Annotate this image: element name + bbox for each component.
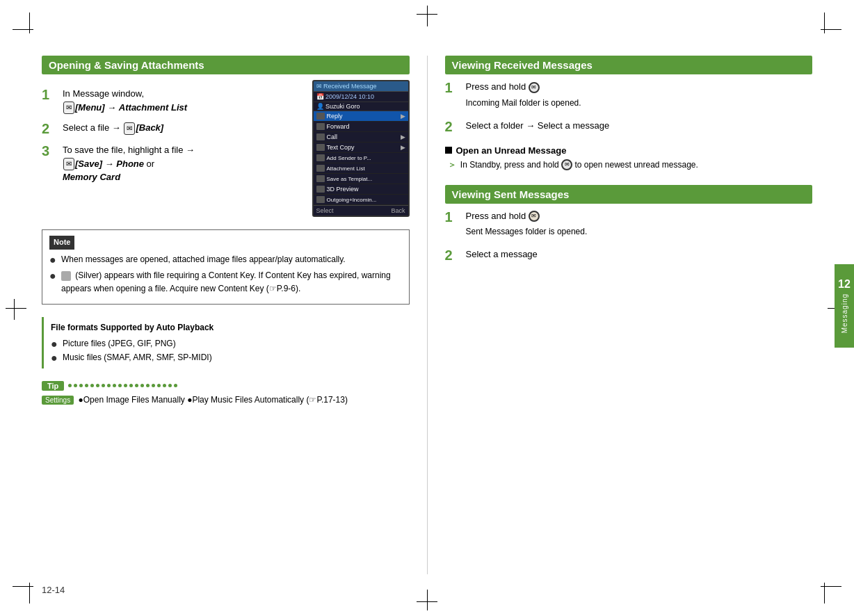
screen-bottom-bar: Select Back (314, 205, 408, 216)
bullet-1: ● (49, 253, 58, 266)
menu-label-3dpreview: 3D Preview (327, 186, 359, 193)
menu-label-reply: Reply (327, 113, 343, 120)
sent-step-1-main: Press and hold ✉ (466, 209, 813, 223)
sender-icon: 👤 (316, 103, 326, 110)
crop-mark-tr-v (824, 13, 825, 33)
note-box: Note ● When messages are opened, attache… (42, 229, 410, 305)
tip-box: Tip (42, 381, 410, 407)
tip-dot-9 (113, 384, 116, 387)
received-sub-text-1: Incoming Mail folder is opened. (466, 97, 581, 109)
unread-header: Open an Unread Message (445, 145, 813, 156)
unread-title: Open an Unread Message (456, 145, 567, 156)
menu-label-textcopy: Text Copy (327, 144, 355, 151)
tip-dot-4 (85, 384, 88, 387)
menu-label-addsender: Add Sender to P... (327, 155, 371, 161)
unread-body-end: to open newest unread message. (574, 160, 698, 170)
tip-dots (68, 384, 177, 387)
received-step-2: 2 Select a folder → Select a message (445, 119, 813, 134)
screen-bottom-back: Back (391, 207, 405, 214)
left-steps: 1 In Message window, ✉[Menu] → Attachmen… (42, 87, 305, 217)
menu-item-attachmentlist: Attachment List (314, 163, 408, 174)
menu-arrow-call: ▶ (401, 133, 405, 140)
side-tab: 12 Messaging (835, 264, 854, 348)
menu-icon-savetemplate (316, 175, 325, 182)
step-1-number: 1 (42, 87, 57, 102)
crop-mark-bl-v (29, 583, 30, 603)
tip-label: Tip (42, 381, 64, 391)
unread-black-square (445, 147, 452, 154)
menu-item-outgoing: Outgoing+Incomin... (314, 195, 408, 205)
note-item-2: ● (Silver) appears with file requiring a… (49, 269, 402, 295)
formats-bullet-1: ● (51, 337, 59, 350)
formats-box: File formats Supported by Auto Playback … (42, 317, 410, 368)
received-step-1-content: Press and hold ✉ Incoming Mail folder is… (466, 80, 813, 112)
note-text-1: When messages are opened, attached image… (61, 253, 346, 266)
crop-mark-tl-v (29, 13, 30, 33)
screen-title: ✉ Received Message (314, 81, 408, 92)
crop-mark-br-v (824, 583, 825, 603)
sent-step-1: 1 Press and hold ✉ Sent Messages folder … (445, 209, 813, 241)
crosshair-left-v (14, 299, 15, 320)
tip-dot-6 (96, 384, 99, 387)
unread-message-section: Open an Unread Message ＞ In Standby, pre… (445, 141, 813, 175)
tip-dot-5 (90, 384, 94, 387)
formats-text-1: Picture files (JPEG, GIF, PNG) (63, 337, 176, 350)
menu-icon-call (316, 133, 325, 140)
note-item-1: ● When messages are opened, attached ima… (49, 253, 402, 266)
bullet-2: ● (49, 269, 58, 282)
menu-icon-reply (316, 113, 325, 120)
side-tab-number: 12 (838, 278, 851, 291)
phone-screenshot: ✉ Received Message 📅 2009/12/24 10:10 👤 … (312, 80, 410, 217)
tip-dot-16 (152, 384, 155, 387)
menu-icon-attachmentlist (316, 165, 325, 172)
sent-step-1-number: 1 (445, 209, 460, 225)
step-2-content: Select a file → ✉[Back] (63, 121, 305, 135)
mail-button-icon-2: ✉ (561, 159, 572, 170)
column-divider (427, 56, 428, 574)
crop-mark-bl-h (13, 586, 33, 587)
greater-than-icon: ＞ (448, 160, 456, 170)
received-step-2-content: Select a folder → Select a message (466, 119, 813, 133)
left-column: Opening & Saving Attachments 1 In Messag… (42, 56, 410, 574)
formats-bullet-2: ● (51, 351, 59, 364)
menu-item-3dpreview: 3D Preview (314, 184, 408, 195)
step-3: 3 To save the file, highlight a file → ✉… (42, 143, 305, 184)
menu-icon-forward (316, 123, 325, 130)
menu-key-icon: ✉ (63, 102, 74, 114)
tip-dot-14 (140, 384, 144, 387)
save-key-icon: ✉ (63, 158, 74, 170)
screen-sender: 👤 Suzuki Goro (314, 102, 408, 111)
menu-label-call: Call (327, 133, 338, 140)
tip-dot-2 (74, 384, 77, 387)
screen-date-icon: 📅 (316, 93, 326, 100)
note-label: Note (49, 236, 74, 250)
step-3-content: To save the file, highlight a file → ✉[S… (63, 143, 305, 184)
sent-step-2: 2 Select a message (445, 248, 813, 263)
menu-item-textcopy: Text Copy ▶ (314, 143, 408, 153)
received-step-1-number: 1 (445, 80, 460, 95)
tip-dot-7 (102, 384, 105, 387)
menu-arrow-textcopy: ▶ (401, 144, 405, 151)
tip-dot-11 (124, 384, 127, 387)
tip-dot-8 (107, 384, 111, 387)
step-1-content: In Message window, ✉[Menu] → Attachment … (63, 87, 305, 114)
tip-text: ●Open Image Files Manually ●Play Music F… (78, 395, 347, 405)
side-tab-text: Messaging (841, 293, 848, 333)
mail-button-icon-3: ✉ (529, 211, 540, 222)
viewing-received-section: Viewing Received Messages 1 Press and ho… (445, 56, 813, 175)
crosshair-top-v (427, 6, 428, 26)
tip-content: Settings ●Open Image Files Manually ●Pla… (42, 394, 410, 407)
step-1: 1 In Message window, ✉[Menu] → Attachmen… (42, 87, 305, 114)
menu-item-call: Call ▶ (314, 132, 408, 143)
step-2: 2 Select a file → ✉[Back] (42, 121, 305, 136)
step-1-line2: ✉[Menu] → Attachment List (63, 101, 305, 115)
tip-dot-20 (174, 384, 177, 387)
received-step-2-number: 2 (445, 119, 460, 134)
tip-dot-1 (68, 384, 72, 387)
tip-dot-19 (168, 384, 172, 387)
tip-header: Tip (42, 381, 410, 391)
received-step-1: 1 Press and hold ✉ Incoming Mail folder … (445, 80, 813, 112)
note-text-2: (Silver) appears with file requiring a C… (61, 269, 402, 295)
step-2-number: 2 (42, 121, 57, 136)
menu-icon-addsender (316, 154, 325, 161)
